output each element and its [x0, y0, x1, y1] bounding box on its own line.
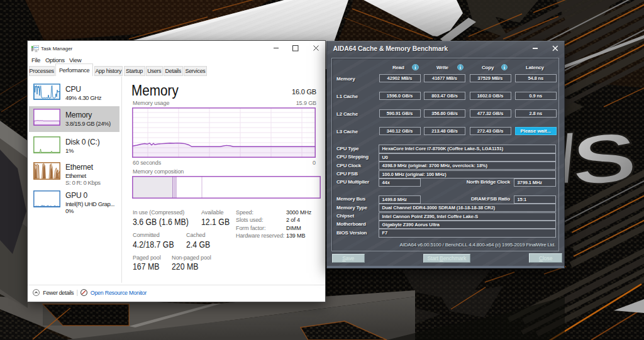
svg-text:S: S	[571, 117, 638, 201]
